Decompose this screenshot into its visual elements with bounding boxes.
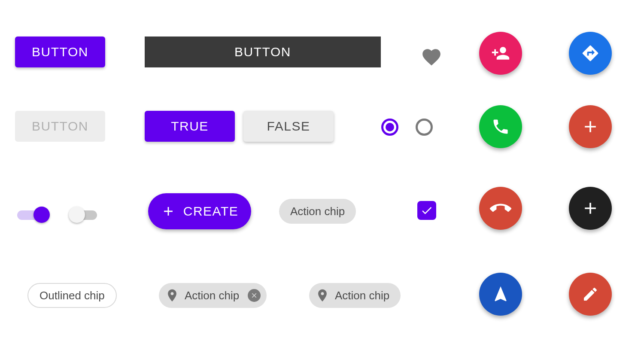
call-end-icon — [490, 198, 511, 219]
create-extended-fab[interactable]: CREATE — [148, 193, 251, 229]
radio-dot-icon — [386, 123, 394, 131]
action-chip[interactable]: Action chip — [279, 199, 356, 224]
fab-add-black[interactable] — [569, 187, 612, 230]
radio-outer — [416, 119, 433, 136]
create-label: CREATE — [183, 204, 238, 219]
button-contained-primary[interactable]: BUTTON — [15, 37, 105, 67]
button-disabled: BUTTON — [15, 111, 105, 142]
fab-add-red[interactable] — [569, 105, 612, 148]
fab-person-add[interactable] — [479, 32, 522, 75]
fab-phone[interactable] — [479, 105, 522, 148]
action-chip-removable[interactable]: Action chip — [159, 283, 267, 308]
chip-label: Action chip — [290, 205, 345, 218]
chip-remove-button[interactable] — [248, 289, 261, 302]
segment-false-button[interactable]: FALSE — [243, 111, 334, 142]
edit-icon — [582, 286, 599, 303]
button-contained-dark[interactable]: BUTTON — [145, 37, 381, 67]
check-icon — [420, 204, 433, 217]
segment-true-button[interactable]: TRUE — [145, 111, 235, 142]
chip-label: Action chip — [185, 289, 239, 302]
location-pin-icon — [315, 288, 330, 303]
fab-directions[interactable] — [569, 32, 612, 75]
location-pin-icon — [165, 288, 179, 303]
fab-navigation[interactable] — [479, 273, 522, 316]
close-icon — [250, 292, 258, 299]
navigation-icon — [491, 285, 510, 304]
switch-on[interactable] — [17, 210, 41, 220]
plus-icon — [161, 204, 176, 219]
heart-icon — [421, 46, 442, 68]
chip-label: Outlined chip — [39, 289, 105, 302]
fab-call-end[interactable] — [479, 187, 522, 230]
action-chip-location[interactable]: Action chip — [309, 283, 401, 308]
plus-icon — [581, 117, 600, 136]
plus-icon — [581, 199, 600, 218]
switch-off[interactable] — [73, 210, 97, 220]
fab-edit[interactable] — [569, 273, 612, 316]
switch-thumb-icon — [33, 207, 50, 223]
radio-outer — [381, 119, 398, 136]
radio-unchecked[interactable] — [416, 119, 433, 136]
radio-checked[interactable] — [381, 119, 398, 136]
directions-icon — [581, 44, 600, 63]
heart-icon-button[interactable] — [421, 46, 442, 68]
chip-label: Action chip — [335, 289, 389, 302]
outlined-chip[interactable]: Outlined chip — [27, 283, 117, 308]
phone-icon — [491, 117, 510, 136]
checkbox-checked[interactable] — [417, 201, 436, 220]
person-add-icon — [491, 44, 510, 63]
switch-thumb-icon — [69, 207, 85, 223]
